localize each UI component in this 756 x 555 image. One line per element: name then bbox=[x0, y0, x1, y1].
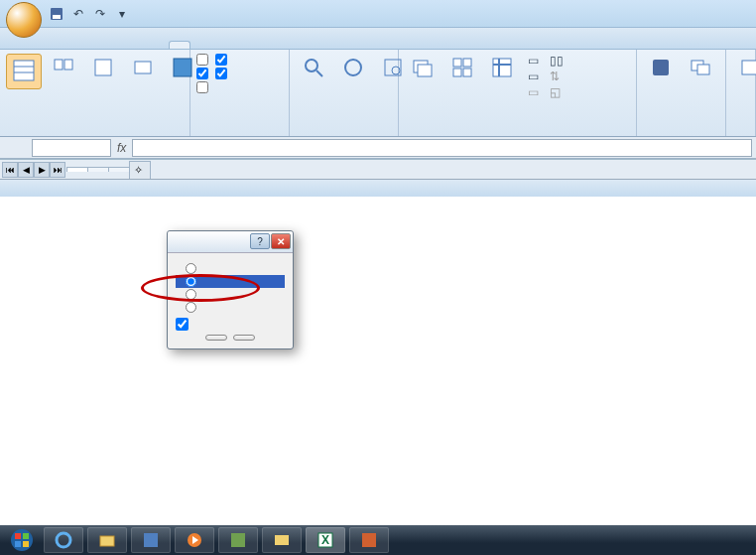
taskbar-media[interactable] bbox=[175, 527, 214, 553]
taskbar-app3[interactable] bbox=[262, 527, 302, 553]
svg-rect-16 bbox=[418, 65, 432, 76]
sheet-tab-2[interactable] bbox=[87, 167, 109, 172]
tab-insert[interactable] bbox=[60, 41, 81, 49]
tab-review[interactable] bbox=[147, 41, 169, 49]
messagebar-checkbox[interactable] bbox=[196, 81, 211, 93]
normal-view-button[interactable] bbox=[6, 54, 42, 89]
split-icon: ▭ bbox=[528, 54, 539, 68]
tab-view[interactable] bbox=[169, 41, 190, 49]
tab-page-layout[interactable] bbox=[81, 41, 103, 49]
group-zoom bbox=[290, 50, 399, 136]
svg-rect-35 bbox=[144, 533, 158, 547]
freeze-panes-button[interactable] bbox=[484, 54, 520, 83]
taskbar-app1[interactable] bbox=[131, 527, 171, 553]
taskbar-explorer[interactable] bbox=[87, 527, 127, 553]
svg-rect-6 bbox=[64, 60, 72, 69]
macros-icon bbox=[738, 56, 756, 79]
group-window: ▭ ▭ ▭ ▯▯ ⇅ ◱ bbox=[399, 50, 637, 136]
qat-dropdown-icon[interactable]: ▾ bbox=[113, 5, 131, 23]
sheet-nav-last[interactable]: ⏭ bbox=[50, 162, 65, 178]
zoom-100-icon bbox=[341, 56, 365, 79]
radio-horizontal[interactable] bbox=[176, 275, 285, 288]
ribbon-tabs bbox=[0, 28, 756, 50]
gridlines-checkbox[interactable] bbox=[196, 68, 211, 79]
switch-windows-button[interactable] bbox=[683, 54, 718, 83]
group-workbook-views bbox=[0, 50, 190, 136]
taskbar-ie[interactable] bbox=[44, 527, 83, 553]
tab-formulas[interactable] bbox=[103, 41, 125, 49]
hide-button[interactable]: ▭ bbox=[528, 69, 542, 83]
taskbar-excel[interactable]: X bbox=[306, 527, 345, 553]
tab-data[interactable] bbox=[125, 41, 147, 49]
radio-tiled[interactable] bbox=[176, 262, 285, 275]
arrange-windows-dialog: ? ✕ bbox=[167, 230, 294, 349]
ruler-checkbox[interactable] bbox=[196, 54, 211, 66]
radio-vertical[interactable] bbox=[176, 288, 285, 301]
dialog-title-bar[interactable]: ? ✕ bbox=[168, 231, 293, 253]
svg-rect-39 bbox=[275, 535, 289, 545]
arrange-all-button[interactable] bbox=[444, 54, 480, 83]
svg-rect-30 bbox=[23, 533, 29, 539]
ok-button[interactable] bbox=[205, 335, 227, 341]
zoom-button[interactable] bbox=[296, 54, 331, 83]
sheet-nav-next[interactable]: ▶ bbox=[34, 162, 50, 178]
page-break-button[interactable] bbox=[85, 54, 121, 83]
svg-rect-1 bbox=[53, 15, 61, 19]
title-bar: ↶ ↷ ▾ bbox=[0, 0, 756, 28]
sheet-tab-new[interactable]: ✧ bbox=[129, 161, 151, 179]
zoom-icon bbox=[302, 56, 325, 79]
unhide-button[interactable]: ▭ bbox=[528, 85, 542, 99]
sheet-nav-prev[interactable]: ◀ bbox=[18, 162, 34, 178]
svg-rect-2 bbox=[14, 61, 34, 80]
sheet-tab-1[interactable] bbox=[66, 167, 88, 172]
group-show-hide bbox=[190, 50, 290, 136]
svg-rect-26 bbox=[697, 65, 709, 74]
formula-input[interactable] bbox=[132, 139, 752, 157]
fx-icon[interactable]: fx bbox=[117, 141, 126, 155]
svg-rect-21 bbox=[493, 59, 511, 76]
undo-icon[interactable]: ↶ bbox=[69, 5, 87, 23]
svg-rect-7 bbox=[95, 60, 111, 75]
svg-rect-18 bbox=[463, 59, 471, 67]
custom-views-button[interactable] bbox=[125, 54, 161, 83]
svg-rect-8 bbox=[135, 62, 151, 73]
save-icon[interactable] bbox=[48, 5, 65, 23]
tab-home[interactable] bbox=[38, 41, 60, 49]
new-window-button[interactable] bbox=[405, 54, 441, 83]
sidebyside-button[interactable]: ▯▯ bbox=[550, 54, 567, 68]
syncscroll-button[interactable]: ⇅ bbox=[550, 69, 567, 83]
reset-icon: ◱ bbox=[550, 85, 561, 99]
macros-button[interactable] bbox=[732, 54, 756, 83]
radio-cascade[interactable] bbox=[176, 301, 285, 314]
split-button[interactable]: ▭ bbox=[528, 54, 542, 68]
redo-icon[interactable]: ↷ bbox=[91, 5, 109, 23]
formulabar-checkbox[interactable] bbox=[215, 54, 230, 66]
svg-rect-34 bbox=[100, 536, 114, 546]
name-box[interactable] bbox=[32, 139, 111, 157]
svg-point-12 bbox=[345, 60, 361, 75]
svg-rect-31 bbox=[15, 541, 21, 547]
active-workbook-checkbox[interactable] bbox=[176, 318, 285, 331]
svg-rect-32 bbox=[23, 541, 29, 547]
taskbar-app4[interactable] bbox=[349, 527, 389, 553]
sheet-tab-3[interactable] bbox=[108, 167, 130, 172]
svg-text:X: X bbox=[321, 533, 329, 547]
svg-point-10 bbox=[306, 60, 317, 71]
reset-position-button[interactable]: ◱ bbox=[550, 85, 567, 99]
cancel-button[interactable] bbox=[233, 335, 255, 341]
headings-checkbox[interactable] bbox=[215, 68, 230, 79]
tab-addins[interactable] bbox=[190, 41, 212, 49]
dialog-close-button[interactable]: ✕ bbox=[271, 233, 291, 249]
save-workspace-button[interactable] bbox=[643, 54, 679, 83]
svg-rect-20 bbox=[463, 69, 471, 76]
taskbar-app2[interactable] bbox=[218, 527, 258, 553]
page-layout-button[interactable] bbox=[46, 54, 81, 87]
zoom-100-button[interactable] bbox=[335, 54, 371, 83]
start-button[interactable] bbox=[4, 526, 40, 554]
dialog-help-button[interactable]: ? bbox=[250, 233, 270, 249]
sheet-nav-first[interactable]: ⏮ bbox=[2, 162, 18, 178]
office-button[interactable] bbox=[6, 2, 42, 38]
freeze-icon bbox=[490, 56, 514, 79]
svg-rect-19 bbox=[453, 69, 461, 76]
sheet-tab-bar: ⏮ ◀ ▶ ⏭ ✧ bbox=[0, 159, 756, 179]
